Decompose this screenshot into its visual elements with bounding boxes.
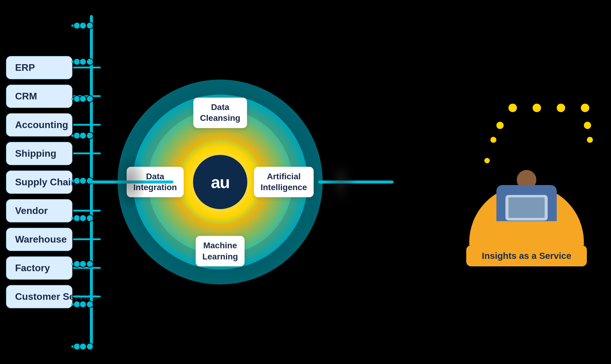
accounting-hline bbox=[73, 124, 101, 126]
data-integration-label: DataIntegration bbox=[127, 167, 184, 197]
diagram-container: ERP CRM Accounting Shipping Supply Chain… bbox=[0, 0, 611, 364]
au-logo: au bbox=[211, 172, 229, 192]
laptop bbox=[505, 195, 548, 221]
vendor-hline bbox=[73, 210, 101, 212]
svg-point-24 bbox=[87, 215, 93, 221]
insights-visual: Insights as a Service bbox=[454, 98, 599, 266]
source-accounting: Accounting bbox=[6, 113, 72, 136]
central-diagram: au DataCleansing DataIntegration Artific… bbox=[118, 80, 323, 284]
yellow-dot-6 bbox=[584, 122, 591, 129]
au-logo-circle: au bbox=[193, 155, 247, 209]
erp-hline bbox=[73, 67, 101, 68]
svg-point-8 bbox=[87, 58, 93, 65]
accounting-label: Accounting bbox=[15, 119, 68, 130]
laptop-screen bbox=[508, 197, 545, 218]
svg-point-36 bbox=[87, 343, 93, 350]
factory-hline bbox=[73, 267, 101, 269]
source-customer-service: Customer Service bbox=[6, 285, 72, 308]
warehouse-hline bbox=[73, 238, 101, 240]
source-erp: ERP bbox=[6, 56, 72, 79]
insights-section: Insights as a Service bbox=[460, 98, 593, 266]
svg-point-28 bbox=[87, 261, 93, 267]
warehouse-label: Warehouse bbox=[15, 234, 67, 245]
machine-learning-label: MachineLearning bbox=[196, 236, 245, 266]
yellow-dot-4 bbox=[581, 104, 589, 112]
supply-chain-label: Supply Chain bbox=[15, 177, 77, 187]
svg-point-32 bbox=[87, 301, 93, 308]
artificial-intelligence-label: ArtificialIntelligence bbox=[254, 167, 314, 197]
shipping-hline bbox=[73, 152, 101, 154]
yellow-dot-7 bbox=[490, 137, 496, 143]
insights-label: Insights as a Service bbox=[482, 251, 571, 261]
source-shipping: Shipping bbox=[6, 142, 72, 165]
svg-point-16 bbox=[87, 132, 93, 139]
svg-point-4 bbox=[87, 22, 93, 29]
customer-service-hline bbox=[73, 296, 101, 297]
crm-label: CRM bbox=[15, 91, 37, 102]
supply-chain-hline bbox=[73, 181, 101, 183]
shipping-label: Shipping bbox=[15, 148, 56, 159]
person-body bbox=[496, 185, 557, 221]
insights-label-box: Insights as a Service bbox=[466, 245, 587, 266]
svg-point-20 bbox=[87, 177, 93, 184]
yellow-dot-2 bbox=[533, 104, 541, 112]
yellow-dot-5 bbox=[496, 122, 504, 129]
erp-label: ERP bbox=[15, 62, 35, 73]
vendor-label: Vendor bbox=[15, 205, 48, 216]
source-factory: Factory bbox=[6, 256, 72, 280]
source-vendor: Vendor bbox=[6, 199, 72, 222]
factory-label: Factory bbox=[15, 262, 50, 273]
source-warehouse: Warehouse bbox=[6, 228, 72, 251]
data-cleansing-label: DataCleansing bbox=[193, 98, 247, 128]
yellow-dot-1 bbox=[508, 104, 517, 112]
source-crm: CRM bbox=[6, 85, 72, 108]
source-systems-column: ERP CRM Accounting Shipping Supply Chain… bbox=[0, 0, 84, 364]
source-supply-chain: Supply Chain bbox=[6, 171, 72, 194]
yellow-dot-3 bbox=[557, 104, 565, 112]
crm-hline bbox=[73, 95, 101, 97]
arch-container bbox=[469, 155, 584, 245]
yellow-dot-8 bbox=[587, 137, 593, 143]
svg-point-40 bbox=[324, 155, 357, 209]
